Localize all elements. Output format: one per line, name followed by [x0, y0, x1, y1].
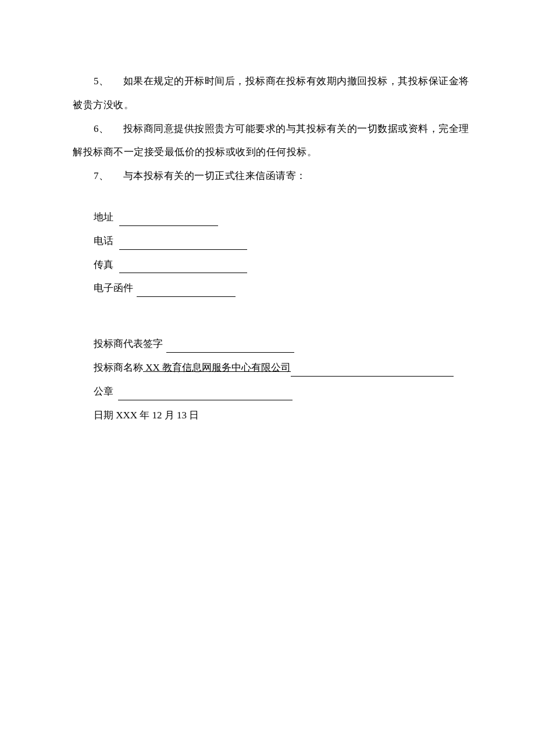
item-text: 与本投标有关的一切正式往来信函请寄： — [123, 170, 306, 181]
rep-sign-label: 投标商代表签字 — [94, 338, 163, 349]
item-number: 5、 — [94, 76, 109, 87]
item-text: 如果在规定的开标时间后，投标商在投标有效期内撤回投标，其投标保证金将被贵方没收。 — [73, 76, 469, 110]
signature-section: 投标商代表签字 投标商名称 XX 教育信息网服务中心有限公司 公章 日期 XXX… — [73, 332, 477, 427]
email-label: 电子函件 — [94, 282, 133, 293]
email-field — [137, 296, 236, 297]
seal-field — [118, 400, 293, 400]
date-line: 日期 XXX 年 12 月 13 日 — [94, 404, 477, 428]
bidder-name-extra-line — [291, 376, 454, 377]
rep-sign-field — [166, 352, 294, 353]
fax-field — [119, 273, 247, 273]
contact-section: 地址 电话 传真 电子函件 — [73, 206, 477, 300]
numbered-item-6: 6、投标商同意提供按照贵方可能要求的与其投标有关的一切数据或资料，完全理解投标商… — [73, 117, 477, 165]
phone-line: 电话 — [94, 230, 477, 253]
bidder-name-line: 投标商名称 XX 教育信息网服务中心有限公司 — [94, 356, 477, 380]
item-text: 投标商同意提供按照贵方可能要求的与其投标有关的一切数据或资料，完全理解投标商不一… — [73, 123, 469, 158]
phone-label: 电话 — [94, 235, 113, 246]
date-value: XXX 年 12 月 13 日 — [113, 410, 199, 421]
numbered-item-7: 7、与本投标有关的一切正式往来信函请寄： — [73, 164, 477, 188]
seal-label: 公章 — [94, 386, 113, 397]
document-body: 5、如果在规定的开标时间后，投标商在投标有效期内撤回投标，其投标保证金将被贵方没… — [73, 70, 477, 427]
bidder-name-value: XX 教育信息网服务中心有限公司 — [143, 362, 291, 374]
item-number: 7、 — [94, 170, 109, 181]
phone-field — [119, 249, 247, 250]
item-number: 6、 — [94, 123, 109, 134]
address-line: 地址 — [94, 206, 477, 230]
address-field — [119, 225, 218, 226]
rep-sign-line: 投标商代表签字 — [94, 332, 477, 356]
date-label: 日期 — [94, 410, 113, 421]
email-line: 电子函件 — [94, 277, 477, 300]
bidder-name-label: 投标商名称 — [94, 362, 143, 373]
fax-line: 传真 — [94, 253, 477, 277]
seal-line: 公章 — [94, 380, 477, 404]
address-label: 地址 — [94, 212, 113, 223]
fax-label: 传真 — [94, 259, 113, 270]
numbered-item-5: 5、如果在规定的开标时间后，投标商在投标有效期内撤回投标，其投标保证金将被贵方没… — [73, 70, 477, 117]
